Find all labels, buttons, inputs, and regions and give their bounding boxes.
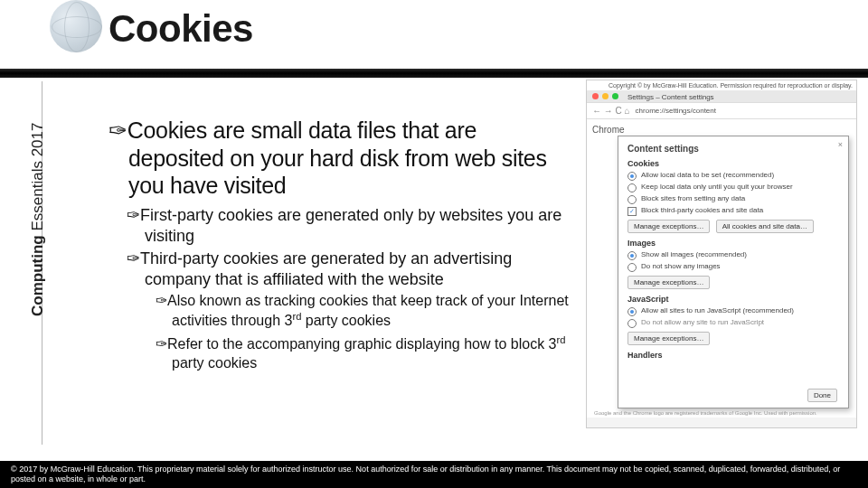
opt-img-hide: Do not show any images: [627, 262, 839, 272]
bullet-level1: ✑Cookies are small data files that are d…: [108, 117, 570, 200]
bullet-icon: ✑: [156, 293, 167, 308]
opt-js-block: Do not allow any site to run JavaScript: [627, 318, 839, 328]
opt-block: Block sites from setting any data: [627, 194, 839, 204]
manage-exceptions-button: Manage exceptions…: [627, 220, 710, 233]
mac-window-controls: Settings – Content settings: [587, 90, 856, 102]
opt-js-block-label: Do not allow any site to run JavaScript: [641, 318, 764, 326]
sub2a-post: party cookies: [301, 314, 391, 329]
radio-icon: [627, 307, 637, 316]
radio-icon: [627, 251, 637, 260]
opt-img-show-label: Show all images (recommended): [641, 250, 747, 258]
bullet-level2-first-party: ✑First-party cookies are generated only …: [108, 205, 570, 247]
close-icon: ×: [838, 140, 843, 149]
nav-icons: ← → C ⌂: [592, 106, 630, 116]
url-text: chrome://settings/content: [636, 107, 716, 115]
opt-block3p: Block third-party cookies and site data: [627, 206, 839, 216]
section-js: JavaScript: [627, 295, 839, 304]
bullet-level3-tracking: ✑Also known as tracking cookies that kee…: [108, 292, 570, 332]
radio-icon: [627, 319, 637, 328]
section-images: Images: [627, 239, 839, 248]
bullet-level3-refer: ✑Refer to the accompanying graphic displ…: [108, 333, 570, 373]
images-buttons: Manage exceptions…: [627, 276, 839, 289]
main-point-text: Cookies are small data files that are de…: [127, 117, 547, 198]
cookies-buttons: Manage exceptions… All cookies and site …: [627, 220, 839, 233]
opt-js-allow: Allow all sites to run JavaScript (recom…: [627, 306, 839, 316]
content-area: ✑Cookies are small data files that are d…: [0, 78, 570, 372]
radio-icon: [627, 172, 637, 181]
slide: Cookies Computing Essentials 2017 ✑Cooki…: [0, 0, 868, 488]
radio-icon: [627, 195, 637, 204]
left-chrome: Chrome: [592, 125, 625, 135]
sub2b-post: party cookies: [172, 355, 257, 371]
dialog-title: Content settings: [627, 144, 839, 154]
opt-keep: Keep local data only until you quit your…: [627, 183, 839, 192]
close-dot-icon: [592, 93, 599, 99]
browser-tab: Settings – Content settings: [622, 93, 851, 99]
opt-block3p-label: Block third-party cookies and site data: [641, 206, 763, 214]
content-settings-dialog: × Content settings Cookies Allow local d…: [618, 136, 849, 408]
sub1-text: First-party cookies are generated only b…: [140, 206, 561, 245]
screenshot-caption: Copyright © by McGraw-Hill Education. Pe…: [587, 80, 856, 90]
opt-allow: Allow local data to be set (recommended): [627, 171, 839, 181]
checkbox-icon: [627, 207, 637, 216]
address-bar: ← → C ⌂ chrome://settings/content: [587, 102, 856, 119]
header-divider: [0, 69, 868, 78]
manage-exceptions-button-3: Manage exceptions…: [627, 332, 710, 345]
section-handlers: Handlers: [627, 351, 839, 360]
sub2-text: Third-party cookies are generated by an …: [140, 249, 512, 288]
copyright-footer: © 2017 by McGraw-Hill Education. This pr…: [0, 461, 868, 489]
opt-img-show: Show all images (recommended): [627, 250, 839, 260]
bullet-icon: ✑: [127, 249, 140, 267]
opt-keep-label: Keep local data only until you quit your…: [641, 183, 793, 191]
zoom-dot-icon: [612, 93, 618, 99]
radio-icon: [627, 183, 637, 192]
bullet-icon: ✑: [127, 206, 140, 224]
slide-header: Cookies: [0, 0, 868, 69]
sub2b-sup: rd: [556, 334, 565, 345]
js-buttons: Manage exceptions…: [627, 332, 839, 345]
opt-js-allow-label: Allow all sites to run JavaScript (recom…: [641, 306, 794, 314]
opt-block-label: Block sites from setting any data: [641, 194, 745, 202]
all-cookies-button: All cookies and site data…: [716, 220, 814, 233]
section-cookies: Cookies: [627, 159, 839, 168]
bullet-level2-third-party: ✑Third-party cookies are generated by an…: [108, 249, 570, 290]
opt-allow-label: Allow local data to be set (recommended): [641, 171, 774, 179]
opt-img-hide-label: Do not show any images: [641, 262, 721, 270]
globe-icon: [50, 0, 102, 52]
bullet-icon: ✑: [156, 336, 167, 352]
radio-icon: [627, 263, 637, 272]
left-column: Chrome: [592, 125, 625, 135]
bullet-icon: ✑: [108, 117, 127, 143]
manage-exceptions-button-2: Manage exceptions…: [627, 276, 710, 289]
browser-screenshot: Copyright © by McGraw-Hill Education. Pe…: [586, 80, 857, 428]
minimize-dot-icon: [602, 93, 609, 99]
sub2a-sup: rd: [292, 311, 301, 322]
sub2b-pre: Refer to the accompanying graphic displa…: [167, 336, 556, 352]
done-button: Done: [807, 389, 837, 402]
screenshot-footnote: Google and the Chrome logo are registere…: [594, 410, 849, 416]
slide-title: Cookies: [108, 7, 868, 51]
screenshot-body: Chrome × Content settings Cookies Allow …: [587, 119, 856, 418]
